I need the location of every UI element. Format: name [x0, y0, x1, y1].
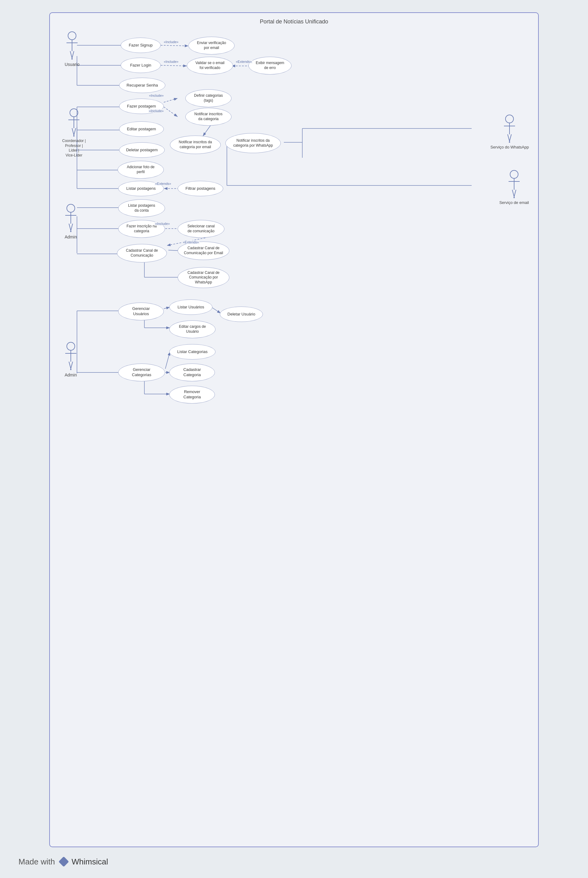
actor-head-aluno — [66, 204, 75, 213]
rel-label-signup-include: «Include» — [163, 40, 179, 44]
use-case-deletar-postagem: Deletar postagem — [119, 142, 165, 158]
use-case-gerenciar-categorias: GerenciarCategorias — [118, 364, 165, 381]
use-case-editar-cargos: Editar cargos deUsuário — [170, 320, 216, 338]
actor-label-whatsapp: Serviço do WhatsApp — [490, 145, 529, 150]
actor-label-coordenador: Coordenador |Professor |Líder |Vice-Líde… — [62, 138, 86, 158]
actor-body-email — [514, 179, 514, 190]
svg-line-8 — [161, 65, 187, 66]
actor-label-aluno: Admin — [64, 234, 77, 240]
use-case-cadastrar-canal-email: Cadastrar Canal deComunicação por Email — [178, 242, 230, 260]
svg-line-18 — [203, 125, 211, 136]
rel-label-extends: «Extends» — [235, 60, 252, 63]
actor-figure-email — [510, 170, 518, 198]
actor-leg-right-email — [513, 190, 516, 198]
actor-body-aluno — [70, 213, 71, 224]
actor-leg-right-admin — [70, 362, 73, 370]
rel-label-postagem-include1: «Include» — [148, 94, 164, 97]
actor-arms — [66, 42, 78, 43]
use-case-exibir-mensagem: Exibir mensagemde erro — [249, 57, 291, 75]
actor-email-service: Serviço de email — [500, 170, 529, 206]
actor-figure-aluno — [66, 204, 75, 232]
use-case-gerenciar-usuarios: GerenciarUsuários — [118, 302, 164, 320]
actor-admin: Admin — [64, 342, 77, 378]
actor-arms-coord — [68, 120, 80, 120]
svg-line-17 — [164, 107, 178, 117]
use-case-recuperar-senha: Recuperar Senha — [119, 78, 165, 93]
actor-usuario: Usuario — [64, 32, 80, 67]
use-case-fazer-signup: Fazer Signup — [121, 38, 161, 53]
actor-label-usuario: Usuario — [64, 62, 80, 67]
actor-head-coord — [70, 108, 78, 117]
actor-figure-admin — [66, 342, 75, 370]
actor-head-admin — [66, 342, 75, 350]
svg-line-7 — [161, 45, 188, 46]
actor-head — [68, 32, 76, 40]
use-case-definir-categorias: Definir categorias(tags) — [185, 89, 231, 107]
actor-body-whatsapp — [509, 123, 510, 134]
actor-body — [72, 40, 72, 51]
actor-legs-whatsapp — [507, 134, 512, 143]
actor-leg-right-coord — [73, 128, 76, 137]
use-case-cadastrar-canal-whatsapp: Cadastrar Canal deComunicação porWhatsAp… — [178, 267, 230, 288]
actor-arms-admin — [65, 353, 76, 354]
actor-body-coord — [74, 117, 74, 128]
use-case-listar-categorias: Listar Categorias — [170, 344, 216, 359]
use-case-notificar-cat-whatsapp: Notificar inscritos dacategoria por What… — [225, 133, 281, 153]
use-case-validar-email: Validar se o emailfoi verificado — [187, 57, 233, 75]
rel-label-login-include: «Include» — [163, 60, 179, 63]
footer: Made with Whimsical — [18, 856, 108, 867]
actor-arms-email — [508, 181, 520, 182]
actor-arms-whatsapp — [504, 126, 515, 126]
actor-figure-coordenador — [70, 108, 78, 137]
svg-line-45 — [165, 352, 170, 369]
actor-legs-admin — [69, 362, 73, 370]
actor-legs-email — [512, 190, 516, 198]
use-case-filtrar-postagens: Filtrar postagens — [178, 181, 223, 196]
use-case-selecionar-canal: Selecionar canalde comunicação — [178, 220, 224, 238]
use-case-listar-usuarios: Listar Usuários — [170, 299, 212, 315]
rel-label-canal-extends: «Extends» — [182, 240, 200, 244]
actor-legs — [70, 51, 74, 60]
actor-leg-right-whatsapp — [509, 134, 512, 143]
actor-aluno: Admin — [64, 204, 77, 240]
use-case-editar-postagem: Editar postagem — [119, 121, 164, 137]
diagram-container: Portal de Notícias Unificado — [49, 12, 539, 847]
actor-head-email — [510, 170, 518, 179]
made-with-text: Made with — [18, 857, 55, 867]
actor-arms-aluno — [65, 215, 76, 216]
use-case-adicionar-foto: Adicionar foto deperfil — [118, 161, 164, 179]
whimsical-logo: Whimsical — [58, 856, 108, 867]
rel-label-listar-extends: «Extends» — [154, 182, 172, 185]
diagram-svg — [50, 13, 538, 846]
actor-legs-coord — [72, 128, 76, 137]
diagram-title: Portal de Notícias Unificado — [260, 18, 328, 25]
actor-label-email-service: Serviço de email — [500, 200, 529, 206]
svg-rect-49 — [58, 857, 69, 867]
actor-label-admin: Admin — [64, 372, 77, 378]
use-case-cadastrar-canal: Cadastrar Canal deComunicação — [117, 244, 167, 263]
actor-coordenador: Coordenador |Professor |Líder |Vice-Líde… — [62, 108, 86, 158]
use-case-notificar-cat-email: Notificar inscritos dacategoria por emai… — [170, 135, 221, 154]
use-case-enviar-verificacao: Enviar verificaçãopor email — [188, 37, 235, 54]
svg-line-42 — [212, 307, 221, 313]
use-case-deletar-usuario: Deletar Usuário — [220, 307, 263, 322]
use-case-listar-postagens-conta: Listar postagensda conta — [118, 199, 165, 217]
actor-head-whatsapp — [505, 114, 514, 123]
actor-figure-whatsapp — [505, 114, 514, 143]
actor-leg-right — [71, 51, 74, 60]
use-case-notificar-inscritos-cat: Notificar inscritosda categoria — [185, 108, 231, 126]
actor-leg-right-aluno — [70, 224, 73, 232]
actor-whatsapp: Serviço do WhatsApp — [490, 114, 529, 150]
whimsical-brand-text: Whimsical — [72, 857, 108, 867]
use-case-fazer-login: Fazer Login — [121, 58, 161, 73]
svg-line-41 — [164, 307, 170, 309]
rel-label-postagem-include2: «Include» — [148, 109, 164, 113]
rel-label-inscricao-include: «Include» — [154, 222, 171, 226]
use-case-remover-categoria: RemoverCategoria — [170, 386, 215, 404]
svg-line-16 — [164, 98, 178, 102]
actor-legs-aluno — [69, 224, 73, 232]
actor-body-admin — [70, 350, 71, 362]
actor-figure-usuario — [68, 32, 76, 60]
whimsical-icon — [58, 856, 69, 867]
use-case-cadastrar-categoria: CadastrarCategoria — [170, 364, 215, 381]
